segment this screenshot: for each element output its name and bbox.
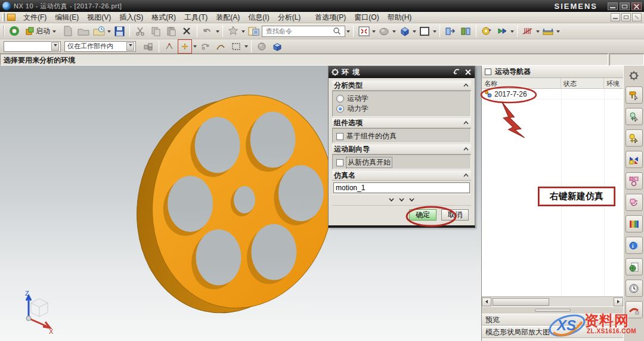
chevron-up-icon[interactable]	[463, 83, 469, 88]
play-caret-icon[interactable]	[510, 30, 514, 35]
column-status[interactable]: 状态	[561, 78, 604, 88]
menu-analysis[interactable]: 分析(L)	[274, 11, 305, 24]
child-minimize-button[interactable]	[611, 13, 620, 21]
undo-caret-icon[interactable]	[216, 30, 219, 35]
column-name[interactable]: 名称	[482, 78, 561, 88]
view-cube-icon[interactable]	[397, 24, 411, 38]
recent-commands-caret-icon[interactable]	[242, 30, 245, 35]
copy-icon[interactable]	[148, 24, 163, 38]
minimize-button[interactable]	[608, 2, 618, 10]
section-joint-wizard[interactable]: 运动副向导	[332, 144, 471, 154]
pane-icon[interactable]	[443, 24, 457, 38]
scroll-left-arrow[interactable]	[482, 297, 491, 306]
window-list-icon[interactable]	[246, 24, 261, 38]
radio-dynamics-icon[interactable]	[336, 105, 344, 113]
undo-icon[interactable]	[200, 24, 215, 38]
fullscreen-icon[interactable]	[357, 24, 371, 38]
close-button[interactable]	[631, 2, 642, 10]
snap-point-icon[interactable]	[178, 39, 192, 54]
rect-select-caret-icon[interactable]	[244, 45, 248, 49]
menubar-grip[interactable]	[2, 13, 5, 21]
wheel-face[interactable]	[133, 78, 352, 326]
cube-icon[interactable]	[270, 39, 284, 54]
scroll-thumb[interactable]	[493, 298, 549, 306]
connector-tab-icon[interactable]	[626, 194, 643, 211]
menu-file[interactable]: 文件(F)	[19, 11, 51, 24]
animation-tab-icon[interactable]	[626, 151, 643, 168]
menu-help[interactable]: 帮助(H)	[383, 11, 416, 24]
view-cube-caret-icon[interactable]	[413, 30, 416, 35]
nx-swirl-icon[interactable]	[7, 24, 21, 38]
menu-format[interactable]: 格式(R)	[147, 11, 180, 24]
play-icon[interactable]	[495, 24, 509, 38]
chevron-up-icon[interactable]	[463, 173, 469, 178]
section-simulation-name[interactable]: 仿真名	[332, 170, 471, 181]
menu-view[interactable]: 视图(V)	[83, 11, 115, 24]
measure-lines-caret-icon[interactable]	[536, 30, 540, 35]
save-icon[interactable]	[112, 24, 126, 38]
gear-icon[interactable]	[628, 70, 639, 81]
child-restore-button[interactable]	[621, 13, 631, 21]
command-finder-caret-icon[interactable]	[346, 30, 350, 35]
sphere-icon[interactable]	[255, 39, 269, 54]
selection-scope-caret-icon[interactable]	[126, 42, 134, 51]
simulation-tools-tab-icon[interactable]	[626, 86, 643, 104]
tree-row-simulation[interactable]: 2017-7-26	[482, 89, 623, 100]
background-caret-icon[interactable]	[433, 30, 436, 35]
ruler-caret-icon[interactable]	[556, 30, 560, 35]
background-icon[interactable]	[417, 24, 432, 38]
navigator-hscrollbar[interactable]	[482, 296, 623, 306]
roles-tab-icon[interactable]	[626, 215, 643, 232]
recent-commands-icon[interactable]	[226, 24, 240, 38]
cancel-button[interactable]: 取消	[441, 209, 469, 221]
scroll-right-arrow[interactable]	[614, 297, 623, 306]
node-group-tab-icon[interactable]	[626, 172, 643, 190]
history-tab-icon[interactable]	[626, 280, 643, 297]
rotate-icon[interactable]	[198, 39, 212, 54]
motion-navigator-tab-icon[interactable]	[626, 108, 643, 125]
selection-filter-caret-icon[interactable]	[51, 42, 59, 51]
radio-dynamics[interactable]: 动力学	[336, 104, 467, 114]
render-style-icon[interactable]	[377, 24, 391, 38]
checkbox-component-simulation[interactable]: 基于组件的仿真	[336, 131, 467, 141]
ok-button[interactable]: 确定	[409, 209, 436, 221]
xy-function-tab-icon[interactable]	[626, 129, 643, 147]
info-globe-tab-icon[interactable]: i	[626, 237, 643, 254]
delete-icon[interactable]	[179, 24, 194, 38]
assembly-icon[interactable]	[141, 39, 156, 54]
measure-lines-icon[interactable]	[521, 24, 535, 38]
menu-window[interactable]: 窗口(O)	[350, 11, 383, 24]
chevron-up-icon[interactable]	[463, 120, 469, 125]
open-recent-icon[interactable]	[92, 24, 106, 38]
menu-preferences[interactable]: 首选项(P)	[311, 11, 350, 24]
open-icon[interactable]	[76, 24, 91, 38]
selection-scope-combo[interactable]: 仅在工作部件内	[64, 41, 136, 52]
more-options-chevrons[interactable]	[332, 194, 471, 203]
toolbar-grip[interactable]	[3, 26, 5, 36]
fullscreen-caret-icon[interactable]	[372, 30, 376, 35]
web-browser-tab-icon[interactable]	[626, 258, 643, 275]
graphics-window[interactable]: Z X 环境 分析类型	[0, 66, 644, 341]
restore-button[interactable]	[620, 2, 630, 10]
render-style-caret-icon[interactable]	[392, 30, 396, 35]
start-menu-button[interactable]: 启动	[23, 24, 60, 38]
section-component-options[interactable]: 组件选项	[332, 118, 471, 128]
open-recent-caret-icon[interactable]	[107, 30, 111, 35]
reset-icon[interactable]	[453, 68, 462, 76]
radio-kinematics-icon[interactable]	[336, 95, 344, 103]
snap-angle-icon[interactable]	[162, 39, 177, 54]
child-close-button[interactable]	[632, 13, 642, 21]
new-icon[interactable]	[61, 24, 75, 38]
checkbox-new-simulation-icon[interactable]	[336, 159, 343, 166]
menu-insert[interactable]: 插入(S)	[115, 11, 147, 24]
navigator-title-bar[interactable]: 运动导航器	[482, 66, 623, 78]
selection-filter-combo[interactable]	[4, 41, 61, 52]
dialog-title-bar[interactable]: 环境	[329, 66, 475, 78]
animation-icon[interactable]	[479, 24, 494, 38]
menu-assemblies[interactable]: 装配(A)	[212, 11, 244, 24]
checkbox-component-simulation-icon[interactable]	[336, 133, 343, 140]
simulation-name-input[interactable]	[333, 182, 470, 193]
close-icon[interactable]	[464, 68, 472, 76]
paste-icon[interactable]	[164, 24, 178, 38]
snap-point-caret-icon[interactable]	[193, 45, 197, 49]
